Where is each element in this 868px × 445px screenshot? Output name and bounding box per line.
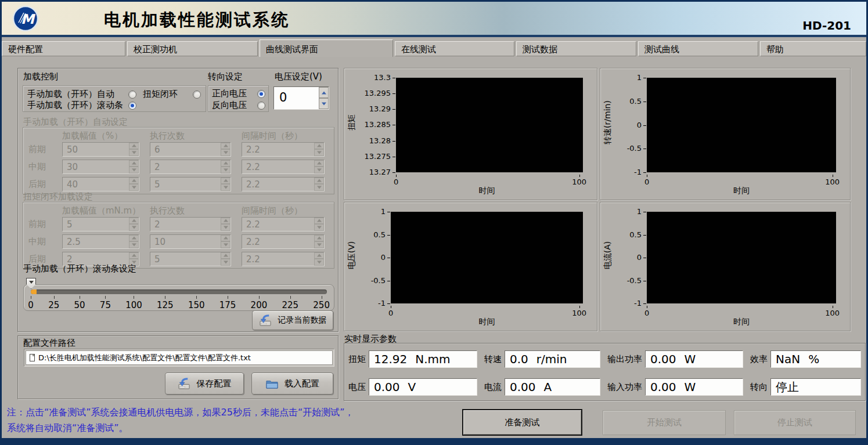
realtime-field-label: 转速: [484, 354, 502, 365]
number-stepper: [129, 160, 139, 173]
spin-up-button: [129, 218, 139, 225]
realtime-value: NaN: [776, 352, 800, 366]
config-path-title: 配置文件路径: [23, 338, 75, 349]
tab[interactable]: 在线测试: [395, 41, 514, 56]
realtime-value-box: 0.00 V: [369, 378, 477, 396]
number-field: 40: [62, 177, 139, 191]
number-field: 5: [150, 177, 231, 191]
realtime-value-box: 0.00 A: [505, 378, 600, 396]
spin-down-button: [129, 149, 139, 156]
radio-button-icon[interactable]: [257, 90, 265, 98]
load-slider[interactable]: 0255075100125150175200225250: [23, 284, 334, 311]
row-label: 后期: [28, 254, 52, 265]
voltage-value[interactable]: 0: [274, 87, 319, 109]
number-stepper: [221, 235, 230, 248]
spin-down-button: [221, 241, 230, 248]
y-tick-label: 0: [358, 254, 391, 262]
spin-down-button[interactable]: [319, 98, 329, 109]
record-data-label: 记录当前数据: [278, 315, 327, 325]
tab[interactable]: 帮助: [760, 41, 866, 56]
tab[interactable]: 测试数据: [516, 41, 636, 56]
load-control-panel: 加载控制 手动加载（开环）自动 手动加载（开环）滚动条 扭矩闭环 转向设定 正向…: [17, 68, 338, 332]
load-config-button[interactable]: 载入配置: [251, 372, 333, 395]
spin-up-button[interactable]: [319, 87, 329, 98]
y-tick-label: 0.5: [614, 97, 647, 106]
tab[interactable]: 曲线测试界面: [260, 39, 393, 57]
spin-up-button: [314, 143, 324, 150]
slider-tick-label: 100: [125, 296, 142, 310]
number-field: 50: [62, 142, 139, 157]
number-field-value: 5: [150, 178, 221, 191]
realtime-field-label: 输入功率: [607, 382, 642, 393]
logo-icon: M: [12, 5, 39, 32]
config-path-box[interactable]: D:\长胜电机加载性能测试系统\配置文件\配置文件\配置文件.txt: [26, 350, 333, 365]
tab-label: 校正测功机: [134, 44, 177, 55]
x-tick-label: 0: [394, 178, 398, 186]
spin-down-button: [314, 224, 324, 231]
radio-button-icon[interactable]: [257, 102, 265, 110]
torque-setting-title: 扭矩闭环加载设定: [23, 191, 93, 202]
realtime-row: 电压 0.00 V 电流 0.00 A 输入功率 0.00 W 转向 停止: [348, 378, 861, 396]
x-tick-label: 0: [388, 309, 393, 317]
y-tick-label: 13.275: [358, 153, 396, 161]
radio-button-icon[interactable]: [128, 91, 136, 99]
number-stepper: [221, 218, 230, 231]
y-tick-label: 1: [614, 74, 647, 82]
prepare-test-button[interactable]: 准备测试: [462, 409, 582, 436]
spin-up-button: [221, 218, 230, 225]
spin-down-button: [129, 184, 139, 191]
realtime-value-box: NaN %: [770, 350, 861, 368]
number-stepper: [221, 178, 230, 191]
voltage-stepper[interactable]: [319, 87, 329, 109]
tab[interactable]: 测试曲线: [638, 41, 758, 56]
speed-chart: 转速(r/min) 10.50-0.5-1 0 100 时间: [600, 68, 851, 200]
spin-up-button: [129, 235, 139, 242]
spin-down-button: [314, 259, 324, 266]
config-path-field[interactable]: D:\长胜电机加载性能测试系统\配置文件\配置文件\配置文件.txt: [24, 349, 334, 367]
radio-option-manual-auto[interactable]: 手动加载（开环）自动: [27, 89, 136, 100]
realtime-field-label: 电压: [348, 382, 366, 393]
tab[interactable]: 硬件配置: [2, 41, 125, 56]
slider-thumb[interactable]: [26, 278, 36, 289]
realtime-field-label: 转向: [750, 382, 768, 393]
spin-down-button: [314, 167, 324, 173]
x-axis-ticks: 0 100: [391, 306, 583, 316]
spin-down-button: [314, 184, 324, 191]
number-field: 2.5: [62, 234, 139, 249]
radio-option-forward-voltage[interactable]: 正向电压: [212, 88, 265, 99]
number-field-value: 2.5: [63, 235, 129, 248]
slider-tick-label: 25: [48, 296, 59, 310]
record-data-button[interactable]: 记录当前数据: [252, 310, 333, 330]
voltage-input[interactable]: 0: [273, 86, 329, 110]
realtime-field: 电压 0.00 V: [348, 378, 477, 396]
realtime-unit: %: [808, 352, 819, 366]
number-field: 2.2: [242, 142, 325, 157]
y-tick-label: 13.28: [358, 137, 396, 145]
settings-row: 前期 50 6 2.2: [23, 140, 334, 158]
tab[interactable]: 校正测功机: [127, 41, 258, 56]
slider-track[interactable]: [31, 290, 327, 294]
radio-button-icon[interactable]: [193, 91, 201, 99]
radio-option-torque-closedloop[interactable]: 扭矩闭环: [143, 89, 201, 100]
spin-down-button: [221, 259, 230, 266]
auto-setting-group: 加载幅值（%） 执行次数 间隔时间（秒） 前期 50 6 2.2 中期 30 2: [23, 127, 334, 194]
load-mode-group: 手动加载（开环）自动 手动加载（开环）滚动条 扭矩闭环: [23, 85, 206, 112]
number-field-value: 2.2: [242, 178, 314, 191]
radio-option-label: 反向电压: [212, 100, 247, 111]
radio-option-reverse-voltage[interactable]: 反向电压: [212, 100, 265, 111]
column-header: 执行次数: [150, 205, 231, 216]
realtime-value-box: 停止: [770, 378, 861, 396]
realtime-field-label: 电流: [484, 382, 502, 393]
number-field-value: 2: [150, 160, 221, 173]
number-field: 5: [150, 252, 231, 266]
number-field-value: 30: [63, 160, 129, 173]
radio-button-icon[interactable]: [128, 102, 136, 110]
realtime-unit: N.mm: [415, 352, 450, 366]
tab-bar: 硬件配置 校正测功机 曲线测试界面 在线测试 测试数据 测试曲线 帮助: [2, 39, 866, 56]
spin-up-button: [221, 160, 230, 167]
number-field: 2.2: [242, 217, 325, 231]
title-bar: M 电机加载性能测试系统 HD-201: [2, 2, 866, 37]
radio-option-manual-scrollbar[interactable]: 手动加载（开环）滚动条: [27, 100, 136, 111]
number-field: 2.2: [242, 177, 325, 191]
save-config-button[interactable]: 保存配置: [165, 372, 244, 395]
